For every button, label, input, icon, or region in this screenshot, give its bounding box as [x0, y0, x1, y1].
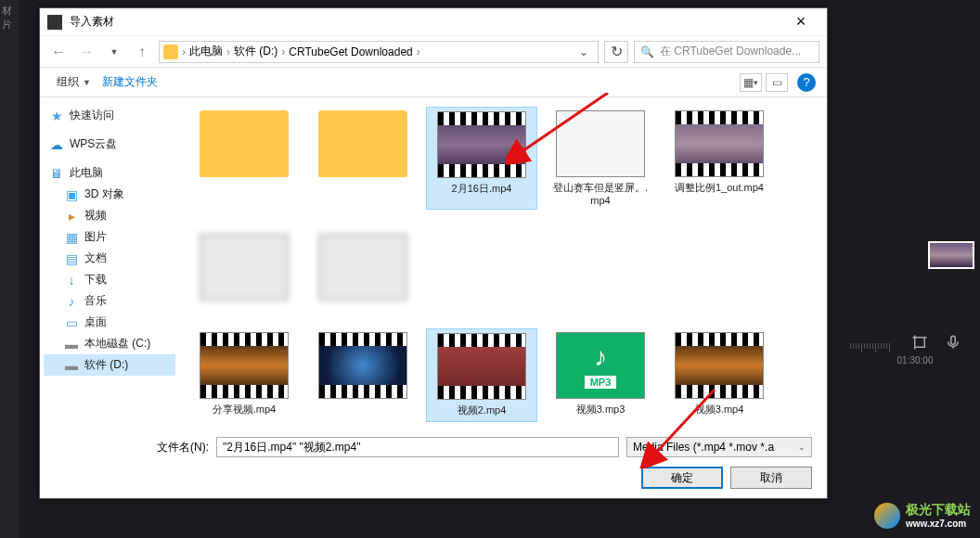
file-thumbnail	[318, 110, 407, 177]
nav-sidebar: ★快速访问 ☁WPS云盘 🖥此电脑 ▣3D 对象 ▸视频 ▦图片 ▤文档 ↓下载…	[40, 97, 179, 428]
app-left-sidebar: 材 片	[0, 0, 19, 538]
sidebar-this-pc[interactable]: 🖥此电脑	[44, 162, 175, 184]
watermark-url: www.xz7.com	[906, 519, 971, 529]
file-item[interactable]: 分享视频.mp4	[188, 328, 300, 422]
file-item[interactable]: 视频3.mp4	[664, 328, 775, 422]
file-item[interactable]: 2月16日.mp4	[426, 107, 537, 210]
sidebar-music[interactable]: ♪音乐	[44, 290, 175, 312]
sidebar-downloads[interactable]: ↓下载	[44, 269, 175, 290]
dialog-titlebar: 导入素材 ×	[40, 8, 827, 36]
dialog-title: 导入素材	[70, 14, 782, 30]
watermark-brand: 极光下载站	[906, 502, 971, 519]
ok-button[interactable]: 确定	[641, 467, 723, 489]
file-thumbnail	[675, 110, 764, 177]
sidebar-documents[interactable]: ▤文档	[44, 248, 175, 269]
file-name-label: 调整比例1_out.mp4	[675, 181, 764, 195]
file-thumbnail	[556, 110, 645, 177]
search-placeholder: 在 CRTubeGet Downloade...	[660, 44, 801, 59]
filename-label: 文件名(N):	[55, 440, 209, 455]
back-button[interactable]: ←	[47, 41, 70, 63]
close-button[interactable]: ×	[782, 12, 819, 32]
timeline: 01:30:00	[850, 343, 980, 399]
file-item[interactable]: 调整比例1_out.mp4	[664, 107, 775, 210]
breadcrumb-drive[interactable]: 软件 (D:)	[234, 44, 277, 59]
search-icon: 🔍	[640, 45, 654, 58]
timeline-timestamp: 01:30:00	[850, 355, 980, 365]
dialog-main: ★快速访问 ☁WPS云盘 🖥此电脑 ▣3D 对象 ▸视频 ▦图片 ▤文档 ↓下载…	[40, 97, 827, 428]
help-button[interactable]: ?	[797, 73, 816, 92]
sidebar-wps[interactable]: ☁WPS云盘	[44, 134, 175, 155]
file-thumbnail	[675, 332, 764, 399]
file-browser[interactable]: 2月16日.mp4登山赛车但是竖屏。.mp4调整比例1_out.mp4分享视频.…	[179, 97, 827, 428]
view-thumbnails-button[interactable]: ▦ ▾	[740, 73, 762, 92]
nav-bar: ← → ▼ ↑ › 此电脑 › 软件 (D:) › CRTubeGet Down…	[40, 36, 827, 68]
file-name-label: 视频3.mp4	[695, 403, 744, 416]
sidebar-videos[interactable]: ▸视频	[44, 205, 175, 226]
view-details-button[interactable]: ▭	[766, 73, 788, 92]
file-item[interactable]	[188, 230, 300, 308]
up-button[interactable]: ↑	[131, 41, 153, 63]
filetype-select[interactable]: Media Files (*.mp4 *.mov *.a⌄	[626, 437, 812, 457]
file-thumbnail: ♪MP3	[556, 332, 645, 399]
app-icon	[47, 15, 62, 30]
sidebar-local-disk-c[interactable]: ▬本地磁盘 (C:)	[44, 333, 175, 354]
file-name-label: 分享视频.mp4	[213, 403, 276, 416]
sidebar-drive-d[interactable]: ▬软件 (D:)	[44, 354, 175, 376]
sidebar-3d-objects[interactable]: ▣3D 对象	[44, 184, 175, 205]
file-thumbnail	[200, 332, 289, 399]
breadcrumb-folder[interactable]: CRTubeGet Downloaded	[289, 45, 412, 58]
file-name-label: 视频3.mp3	[576, 403, 625, 416]
watermark-logo-icon	[874, 503, 900, 529]
file-item[interactable]: 登山赛车但是竖屏。.mp4	[545, 107, 656, 210]
filename-input[interactable]	[216, 437, 619, 457]
file-name-label: 登山赛车但是竖屏。.mp4	[549, 181, 651, 206]
file-item[interactable]	[307, 230, 419, 308]
refresh-button[interactable]: ↻	[604, 41, 628, 63]
preview-thumbnail[interactable]	[928, 241, 974, 269]
sidebar-quick-access[interactable]: ★快速访问	[44, 105, 175, 126]
cancel-button[interactable]: 取消	[730, 467, 812, 489]
file-item[interactable]	[307, 107, 419, 210]
file-name-label: 视频2.mp4	[458, 404, 507, 417]
search-input[interactable]: 🔍 在 CRTubeGet Downloade...	[634, 41, 819, 63]
file-thumbnail	[318, 332, 407, 399]
breadcrumb-pc[interactable]: 此电脑	[189, 44, 223, 59]
file-item[interactable]: ♪MP3视频3.mp3	[545, 328, 656, 422]
breadcrumb[interactable]: › 此电脑 › 软件 (D:) › CRTubeGet Downloaded ›…	[159, 41, 599, 63]
file-thumbnail	[437, 111, 526, 178]
dialog-toolbar: 组织 ▼ 新建文件夹 ▦ ▾ ▭ ?	[40, 68, 827, 97]
sidebar-pictures[interactable]: ▦图片	[44, 226, 175, 248]
watermark: 极光下载站 www.xz7.com	[874, 502, 971, 529]
recent-dropdown[interactable]: ▼	[103, 41, 125, 63]
file-thumbnail	[437, 333, 526, 400]
organize-button[interactable]: 组织 ▼	[51, 70, 97, 94]
folder-icon	[163, 45, 178, 59]
file-thumbnail	[200, 234, 289, 301]
file-item[interactable]: 视频2.mp4	[426, 328, 537, 422]
new-folder-button[interactable]: 新建文件夹	[97, 70, 163, 94]
sidebar-desktop[interactable]: ▭桌面	[44, 312, 175, 333]
dialog-bottom-bar: 文件名(N): Media Files (*.mp4 *.mov *.a⌄ 确定…	[40, 428, 827, 498]
file-thumbnail	[318, 234, 407, 301]
import-dialog: 导入素材 × ← → ▼ ↑ › 此电脑 › 软件 (D:) › CRTubeG…	[39, 7, 828, 499]
file-thumbnail	[200, 110, 289, 177]
forward-button[interactable]: →	[75, 41, 97, 63]
file-item[interactable]	[188, 107, 300, 210]
breadcrumb-dropdown[interactable]: ⌄	[574, 45, 594, 58]
file-name-label: 2月16日.mp4	[452, 182, 512, 196]
sidebar-text: 材 片	[2, 4, 19, 32]
file-item[interactable]	[307, 328, 419, 422]
